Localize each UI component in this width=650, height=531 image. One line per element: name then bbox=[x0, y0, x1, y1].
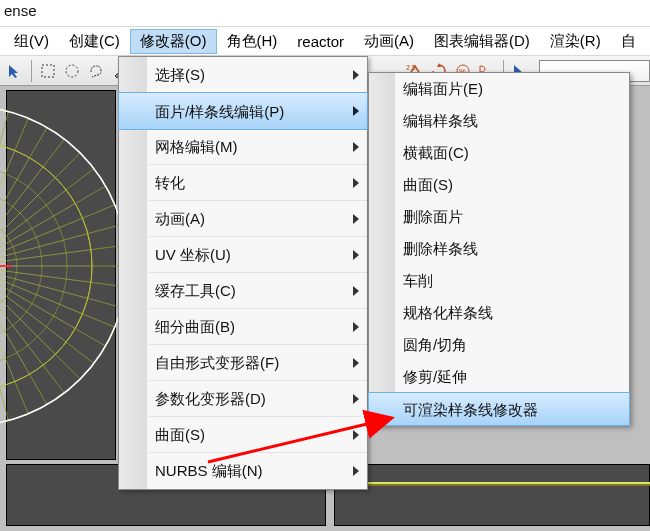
chevron-right-icon bbox=[353, 466, 359, 476]
submenu-trim-extend[interactable]: 修剪/延伸 bbox=[369, 361, 629, 393]
submenu-edit-spline[interactable]: 编辑样条线 bbox=[369, 105, 629, 137]
menu-reactor[interactable]: reactor bbox=[287, 30, 354, 53]
menu-animation[interactable]: 动画(A) bbox=[354, 29, 424, 54]
cursor-icon[interactable] bbox=[4, 60, 26, 82]
svg-line-100 bbox=[88, 225, 122, 234]
app-root: ense 组(V) 创建(C) 修改器(O) 角色(H) reactor 动画(… bbox=[0, 0, 650, 531]
svg-line-99 bbox=[0, 218, 82, 266]
wireframe-circle-icon bbox=[0, 81, 137, 471]
submenu-renderable-spline-modifier[interactable]: 可渲染样条线修改器 bbox=[368, 392, 630, 426]
dashed-select-icon[interactable] bbox=[37, 60, 59, 82]
menu-item-conversion[interactable]: 转化 bbox=[119, 165, 367, 201]
separator bbox=[31, 60, 32, 82]
menu-create[interactable]: 创建(C) bbox=[59, 29, 130, 54]
menu-item-freeform-deformers[interactable]: 自由形式变形器(F) bbox=[119, 345, 367, 381]
svg-line-90 bbox=[43, 139, 64, 167]
chevron-right-icon bbox=[353, 142, 359, 152]
menu-modifier[interactable]: 修改器(O) bbox=[130, 29, 217, 54]
menu-item-uv-coords[interactable]: UV 坐标(U) bbox=[119, 237, 367, 273]
svg-line-18 bbox=[66, 342, 94, 363]
ground-line-icon bbox=[335, 465, 650, 527]
menu-graph-editors[interactable]: 图表编辑器(D) bbox=[424, 29, 540, 54]
svg-text:2.5: 2.5 bbox=[406, 64, 416, 71]
menu-truncated[interactable]: 自 bbox=[611, 29, 646, 54]
svg-line-89 bbox=[0, 158, 30, 266]
svg-line-13 bbox=[0, 266, 88, 298]
viewport-perspective[interactable] bbox=[334, 464, 650, 526]
chevron-right-icon bbox=[353, 106, 359, 116]
svg-line-20 bbox=[55, 354, 80, 379]
svg-line-87 bbox=[0, 151, 15, 266]
title-text: ense bbox=[4, 2, 37, 19]
submenu-surface[interactable]: 曲面(S) bbox=[369, 169, 629, 201]
svg-line-98 bbox=[82, 205, 114, 218]
menu-item-selection[interactable]: 选择(S) bbox=[119, 57, 367, 93]
window-title: ense bbox=[0, 0, 650, 26]
svg-line-27 bbox=[0, 266, 15, 381]
svg-line-24 bbox=[30, 374, 48, 404]
viewport-top[interactable] bbox=[6, 90, 116, 460]
svg-line-84 bbox=[0, 111, 8, 145]
chevron-right-icon bbox=[353, 394, 359, 404]
submenu-cross-section[interactable]: 横截面(C) bbox=[369, 137, 629, 169]
modifier-dropdown: 选择(S) 面片/样条线编辑(P) 网格编辑(M) 转化 动画(A) UV 坐标… bbox=[118, 56, 368, 490]
svg-line-14 bbox=[82, 314, 114, 327]
svg-line-11 bbox=[0, 266, 91, 282]
svg-line-88 bbox=[30, 127, 48, 157]
menu-item-parametric-deformers[interactable]: 参数化变形器(D) bbox=[119, 381, 367, 417]
chevron-right-icon bbox=[353, 322, 359, 332]
svg-line-92 bbox=[55, 153, 80, 178]
svg-line-25 bbox=[0, 266, 30, 374]
chevron-right-icon bbox=[353, 214, 359, 224]
submenu-edit-patch[interactable]: 编辑面片(E) bbox=[369, 73, 629, 105]
patch-spline-submenu: 编辑面片(E) 编辑样条线 横截面(C) 曲面(S) 删除面片 删除样条线 车削… bbox=[368, 72, 630, 426]
menu-character[interactable]: 角色(H) bbox=[217, 29, 288, 54]
menu-group[interactable]: 组(V) bbox=[4, 29, 59, 54]
menu-item-animation[interactable]: 动画(A) bbox=[119, 201, 367, 237]
svg-line-101 bbox=[0, 234, 88, 266]
svg-rect-0 bbox=[42, 65, 54, 77]
svg-line-94 bbox=[66, 169, 94, 190]
svg-line-16 bbox=[75, 329, 105, 347]
svg-line-15 bbox=[0, 266, 82, 314]
svg-point-1 bbox=[66, 65, 78, 77]
chevron-right-icon bbox=[353, 358, 359, 368]
menu-item-patch-spline-editing[interactable]: 面片/样条线编辑(P) bbox=[118, 92, 368, 130]
menu-render[interactable]: 渲染(R) bbox=[540, 29, 611, 54]
submenu-delete-patch[interactable]: 删除面片 bbox=[369, 201, 629, 233]
chevron-right-icon bbox=[353, 70, 359, 80]
menu-item-subdivision[interactable]: 细分曲面(B) bbox=[119, 309, 367, 345]
circle-select-icon[interactable] bbox=[61, 60, 83, 82]
submenu-normalize-spline[interactable]: 规格化样条线 bbox=[369, 297, 629, 329]
chevron-right-icon bbox=[353, 286, 359, 296]
svg-line-86 bbox=[15, 118, 28, 150]
chevron-right-icon bbox=[353, 250, 359, 260]
chevron-right-icon bbox=[353, 178, 359, 188]
menu-item-mesh-editing[interactable]: 网格编辑(M) bbox=[119, 129, 367, 165]
lasso-icon[interactable] bbox=[85, 60, 107, 82]
svg-line-96 bbox=[75, 186, 105, 204]
menu-bar: 组(V) 创建(C) 修改器(O) 角色(H) reactor 动画(A) 图表… bbox=[0, 26, 650, 56]
svg-line-28 bbox=[0, 387, 8, 421]
menu-item-cache-tools[interactable]: 缓存工具(C) bbox=[119, 273, 367, 309]
submenu-fillet-chamfer[interactable]: 圆角/切角 bbox=[369, 329, 629, 361]
svg-line-12 bbox=[88, 298, 122, 307]
svg-line-26 bbox=[15, 381, 28, 413]
chevron-right-icon bbox=[353, 430, 359, 440]
submenu-delete-spline[interactable]: 删除样条线 bbox=[369, 233, 629, 265]
svg-line-22 bbox=[43, 365, 64, 393]
menu-item-nurbs-editing[interactable]: NURBS 编辑(N) bbox=[119, 453, 367, 489]
submenu-lathe[interactable]: 车削 bbox=[369, 265, 629, 297]
svg-line-103 bbox=[0, 250, 91, 266]
menu-item-surface[interactable]: 曲面(S) bbox=[119, 417, 367, 453]
